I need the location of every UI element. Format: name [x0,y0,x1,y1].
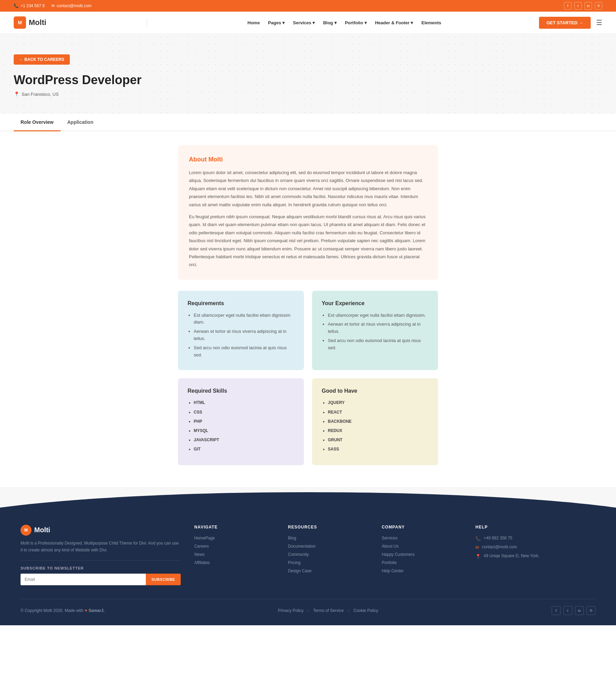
res-community-link[interactable]: Community [288,552,368,557]
footer-company-col: COMPANY Services About Us Happy Customer… [382,525,462,586]
tab-application[interactable]: Application [61,114,100,131]
top-bar-socials: f t in ® [564,2,602,10]
cookie-policy-link[interactable]: Cookie Policy [353,608,378,613]
subscribe-label: SUBSCRIBE TO NEWSLETTER [21,566,181,570]
nav-services[interactable]: Services ▾ [293,20,315,25]
footer: M Molti Molti is a Professionally Design… [0,508,616,626]
nav-news-link[interactable]: News [194,552,274,557]
nav-portfolio[interactable]: Portfolio ▾ [345,20,367,25]
subscribe-button[interactable]: SUBSCRIBE [146,574,180,585]
logo-text: Molti [29,18,46,27]
tabs-bar: Role Overview Application [0,114,616,131]
logo-icon: M [14,16,26,29]
skill-javascript: JAVASCRIPT [194,437,294,443]
twitter-icon[interactable]: t [574,2,582,10]
req-item-1: Est ullamcorper eget nulla facilisi etia… [194,312,294,326]
phone-icon: 📞 [475,536,481,541]
get-started-button[interactable]: GET STARTED → [539,17,591,29]
footer-brand-col: M Molti Molti is a Professionally Design… [21,525,181,586]
exp-item-3: Sed arcu non odio euismod lacinia at qui… [328,337,428,352]
comp-services-link[interactable]: Services [382,536,462,540]
nav-pages[interactable]: Pages ▾ [268,20,285,25]
company-heading: COMPANY [382,525,462,529]
about-heading: About Molti [189,156,427,163]
experience-heading: Your Experience [322,300,428,306]
experience-list: Est ullamcorper eget nulla facilisi etia… [322,312,428,352]
subscribe-email-input[interactable] [21,574,146,585]
footer-instagram-icon[interactable]: in [575,606,584,615]
heart-icon: ♥ [85,608,87,613]
exp-item-1: Est ullamcorper eget nulla facilisi etia… [328,312,428,319]
help-address: 📍 49 Uniqe Square D, New York, [475,553,595,559]
footer-help-col: HELP 📞 +49 892 358 75 ✉ contact@molti.co… [475,525,595,586]
nav-elements[interactable]: Elements [421,20,441,25]
navbar: M Molti Home Pages ▾ Services ▾ Blog ▾ P… [0,12,616,34]
res-blog-link[interactable]: Blog [288,536,368,540]
footer-navigate-col: NAVIGATE HomePage Careers News Affiliate… [194,525,274,586]
footer-copyright: © Copyright Molti 2020. Made with ♥ Sama… [21,608,104,613]
res-pricing-link[interactable]: Pricing [288,560,368,565]
nav-header-footer[interactable]: Header & Footer ▾ [375,20,413,25]
skills-heading: Required Skills [188,388,294,394]
phone-number: +1 234 567 8 [21,3,44,8]
footer-legal-links: Privacy Policy - Terms of Service - Cook… [278,608,378,613]
comp-about-link[interactable]: About Us [382,544,462,549]
footer-social-icons: f t in ® [552,606,595,615]
footer-author: SamarJ. [89,608,105,613]
nav-careers-link[interactable]: Careers [194,544,274,549]
top-bar-contact: 📞 +1 234 567 8 ✉ contact@molti.com [14,3,92,8]
comp-help-link[interactable]: Help Center [382,568,462,573]
footer-facebook-icon[interactable]: f [552,606,561,615]
res-docs-link[interactable]: Documentation [288,544,368,549]
nav-logo[interactable]: M Molti [14,16,46,29]
resources-heading: RESOURCES [288,525,368,529]
job-location: 📍 San Fransisco, US [14,91,602,97]
gth-grunt: GRUNT [328,437,428,443]
gth-redux: REDUX [328,428,428,434]
terms-service-link[interactable]: Terms of Service [313,608,344,613]
email-info: ✉ contact@molti.com [51,3,91,8]
nav-home[interactable]: Home [247,20,260,25]
address-icon: 📍 [475,554,481,559]
footer-twitter-icon[interactable]: t [563,606,572,615]
footer-bottom: © Copyright Molti 2020. Made with ♥ Sama… [21,599,595,615]
help-phone: 📞 +49 892 358 75 [475,536,595,541]
gth-react: REACT [328,409,428,416]
skill-css: CSS [194,409,294,416]
location-icon: 📍 [14,91,20,97]
facebook-icon[interactable]: f [564,2,572,10]
email-icon: ✉ [51,3,55,8]
skill-git: GIT [194,446,294,453]
dribbble-icon[interactable]: ® [595,2,602,10]
gth-backbone: BACKBONE [328,418,428,425]
privacy-policy-link[interactable]: Privacy Policy [278,608,304,613]
gth-jquery: JQUERY [328,400,428,406]
comp-portfolio-link[interactable]: Portfolio [382,560,462,565]
good-to-have-card: Good to Have JQUERY REACT BACKBONE REDUX… [312,378,438,465]
nav-homepage-link[interactable]: HomePage [194,536,274,540]
good-to-have-list: JQUERY REACT BACKBONE REDUX GRUNT SASS [322,400,428,453]
footer-dribbble-icon[interactable]: ® [587,606,595,615]
tab-role-overview[interactable]: Role Overview [14,114,61,131]
nav-affiliates-link[interactable]: Affiliates [194,560,274,565]
job-title: WordPress Developer [14,73,602,87]
nav-blog[interactable]: Blog ▾ [323,20,337,25]
footer-columns: M Molti Molti is a Professionally Design… [21,525,595,586]
about-paragraph-1: Lorem ipsum dolor sit amet, consectetur … [189,169,427,209]
email-icon: ✉ [475,545,479,550]
comp-customers-link[interactable]: Happy Customers [382,552,462,557]
gth-sass: SASS [328,446,428,453]
skills-card: Required Skills HTML CSS PHP MYSQL JAVAS… [178,378,304,465]
footer-resources-col: RESOURCES Blog Documentation Community P… [288,525,368,586]
req-item-3: Sed arcu non odio euismod lacinia at qui… [194,344,294,359]
good-to-have-heading: Good to Have [322,388,428,394]
exp-item-2: Aenean et tortor at risus viverra adipis… [328,321,428,335]
footer-wave [0,487,616,508]
nav-links: Home Pages ▾ Services ▾ Blog ▾ Portfolio… [247,20,441,25]
help-heading: HELP [475,525,595,529]
instagram-icon[interactable]: in [585,2,592,10]
back-to-careers-button[interactable]: ← BACK TO CAREERS [14,54,70,65]
hero-section: ← BACK TO CAREERS WordPress Developer 📍 … [0,34,616,114]
res-design-case-link[interactable]: Design Case [288,568,368,573]
hamburger-menu[interactable]: ☰ [596,18,602,27]
